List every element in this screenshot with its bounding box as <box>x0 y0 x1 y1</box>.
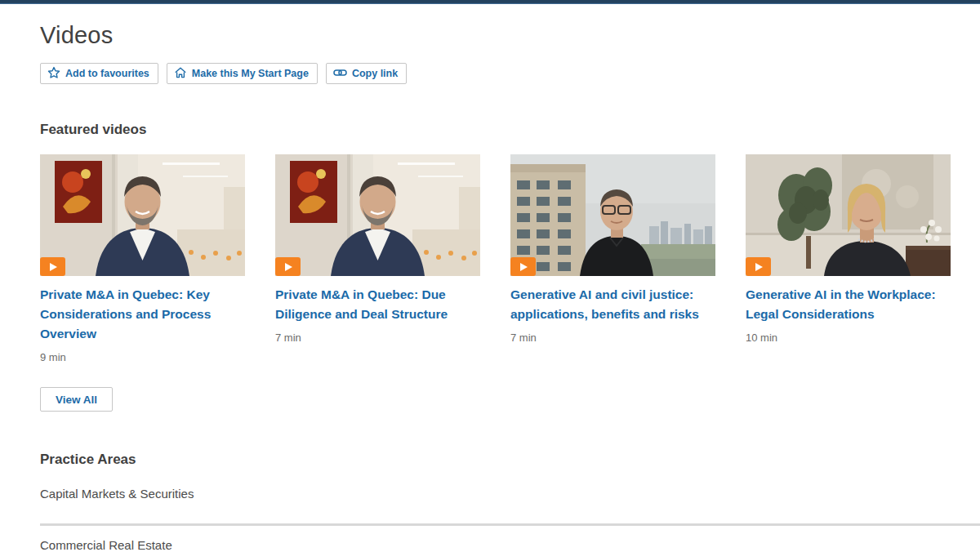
video-card: Private M&A in Quebec: Key Consideration… <box>40 154 245 363</box>
add-to-favourites-button[interactable]: Add to favourites <box>40 63 158 84</box>
copy-link-button[interactable]: Copy link <box>326 63 407 84</box>
star-icon <box>47 66 60 82</box>
video-title-link[interactable]: Private M&A in Quebec: Key Consideration… <box>40 285 245 344</box>
play-icon <box>510 257 536 276</box>
play-icon <box>275 257 301 276</box>
add-to-favourites-label: Add to favourites <box>65 68 149 79</box>
practice-area-item-capital-markets[interactable]: Capital Markets & Securities <box>40 487 194 501</box>
practice-area-item-commercial-real-estate[interactable]: Commercial Real Estate <box>40 538 172 552</box>
featured-videos-heading: Featured videos <box>40 122 980 138</box>
video-card: Private M&A in Quebec: Due Diligence and… <box>275 154 480 363</box>
video-thumbnail[interactable] <box>746 154 951 276</box>
view-all-button[interactable]: View All <box>40 387 113 412</box>
videos-page: Videos Add to favourites Make this My St… <box>0 22 980 552</box>
video-card: Generative AI and civil justice: applica… <box>510 154 715 363</box>
make-start-page-label: Make this My Start Page <box>192 68 309 79</box>
video-duration: 7 min <box>510 332 715 344</box>
play-icon <box>40 257 65 276</box>
link-icon <box>333 66 347 82</box>
home-icon <box>174 66 187 82</box>
video-duration: 10 min <box>746 332 951 344</box>
video-title-link[interactable]: Private M&A in Quebec: Due Diligence and… <box>275 285 480 324</box>
featured-videos-row: Private M&A in Quebec: Key Consideration… <box>40 154 952 363</box>
video-thumbnail[interactable] <box>275 154 480 276</box>
video-thumbnail[interactable] <box>40 154 245 276</box>
video-title-link[interactable]: Generative AI in the Workplace: Legal Co… <box>746 285 951 324</box>
video-thumbnail[interactable] <box>510 154 715 276</box>
video-duration: 9 min <box>40 351 245 363</box>
make-start-page-button[interactable]: Make this My Start Page <box>167 63 318 84</box>
top-accent-bar <box>0 0 980 4</box>
page-title: Videos <box>40 22 980 49</box>
practice-areas-divider <box>40 523 980 526</box>
play-icon <box>746 257 771 276</box>
video-duration: 7 min <box>275 332 480 344</box>
copy-link-label: Copy link <box>352 68 398 79</box>
video-card: Generative AI in the Workplace: Legal Co… <box>746 154 951 363</box>
practice-areas-heading: Practice Areas <box>40 452 980 468</box>
video-title-link[interactable]: Generative AI and civil justice: applica… <box>510 285 715 324</box>
page-actions-toolbar: Add to favourites Make this My Start Pag… <box>40 63 980 84</box>
